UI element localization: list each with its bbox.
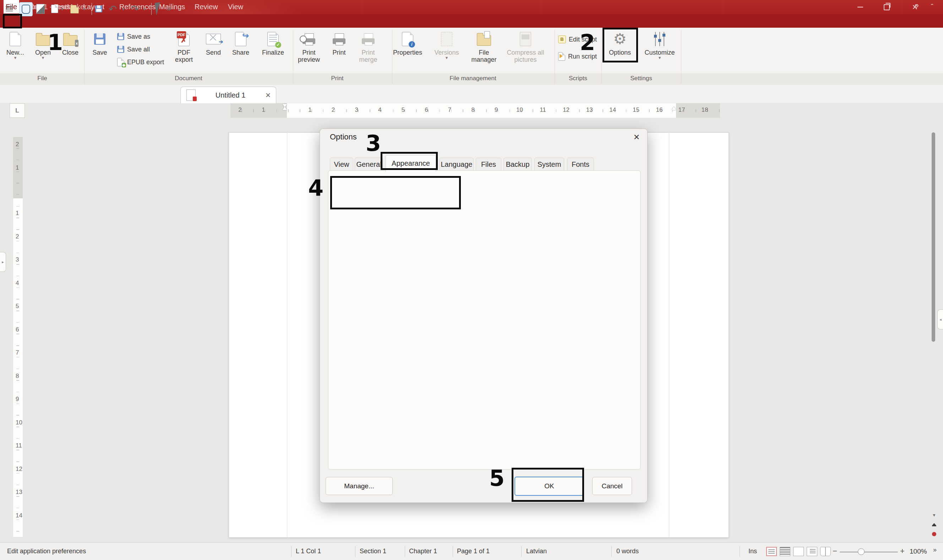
view-fullpage-icon[interactable] xyxy=(793,547,804,556)
ribbon-file-manager-button[interactable]: File manager xyxy=(468,30,500,72)
ribbon-properties-button[interactable]: i Properties xyxy=(391,30,425,72)
open-quick-button[interactable] xyxy=(70,2,79,15)
scrollbar-thumb[interactable] xyxy=(932,132,935,342)
left-indent-marker[interactable] xyxy=(283,106,287,110)
browse-previous-button[interactable] xyxy=(930,520,938,528)
zoom-out-button[interactable]: − xyxy=(833,546,837,556)
status-word-count[interactable]: 0 words xyxy=(616,548,639,555)
annotation-marker-5: 5 xyxy=(489,468,504,488)
print-icon xyxy=(333,35,345,45)
new-caret[interactable]: ▾ xyxy=(61,2,63,15)
minimize-icon xyxy=(857,7,863,8)
customize-dropdown-caret[interactable]: ▾ xyxy=(659,56,661,60)
ribbon-save-all-button[interactable]: Save all xyxy=(117,44,150,55)
ribbon-print-button[interactable]: Print xyxy=(327,30,351,72)
browse-object-button[interactable] xyxy=(930,530,938,538)
restore-icon xyxy=(884,4,890,10)
select-pointer-button[interactable] xyxy=(156,2,161,15)
ribbon-pdf-export-button[interactable]: PDF✗ PDF export xyxy=(168,30,200,72)
right-indent-marker[interactable] xyxy=(672,106,676,110)
tab-language[interactable]: Language xyxy=(439,158,474,171)
status-chapter[interactable]: Chapter 1 xyxy=(409,548,437,555)
tab-view[interactable]: View xyxy=(330,158,353,171)
compress-pictures-icon xyxy=(520,32,531,46)
ribbon-print-preview-button[interactable]: Print preview xyxy=(295,30,323,72)
ribbon-save-button[interactable]: Save xyxy=(88,30,111,72)
vertical-ruler[interactable]: 211234567891011121314 xyxy=(13,137,23,537)
ribbon-finalize-button[interactable]: ✓ Finalize xyxy=(257,30,289,72)
undo-caret[interactable]: ▾ xyxy=(122,2,125,15)
tab-general[interactable]: General xyxy=(355,158,383,171)
view-draft-icon[interactable] xyxy=(780,547,790,556)
redo-button[interactable]: ↷ xyxy=(131,2,139,15)
ribbon-send-button[interactable]: Send xyxy=(202,30,224,72)
status-separator xyxy=(612,546,612,557)
menu-view[interactable]: View xyxy=(226,0,245,14)
annotation-box-ok-button xyxy=(512,468,584,502)
view-book-icon[interactable] xyxy=(820,547,831,556)
ribbon-customize-button[interactable]: Customize ▾ xyxy=(641,30,678,72)
help-button[interactable]: ? xyxy=(912,0,921,14)
manage-button[interactable]: Manage... xyxy=(325,477,393,495)
print-preview-icon xyxy=(302,35,315,45)
new-document-quick-button[interactable] xyxy=(51,2,58,15)
scroll-down-button[interactable]: ▾ xyxy=(930,511,938,519)
restore-button[interactable] xyxy=(875,0,898,14)
status-overflow-button[interactable]: » xyxy=(933,546,937,554)
save-as-icon xyxy=(117,33,124,40)
tab-system[interactable]: System xyxy=(534,158,564,171)
zoom-slider-knob[interactable] xyxy=(858,548,864,555)
left-margin-guide xyxy=(287,132,287,537)
tab-close-icon[interactable]: ✕ xyxy=(265,91,271,99)
tab-backup[interactable]: Backup xyxy=(504,158,532,171)
ribbon-new-button[interactable]: New... ▾ xyxy=(3,30,28,72)
ribbon-versions-button: Versions ▾ xyxy=(430,30,463,72)
tab-fonts[interactable]: Fonts xyxy=(567,158,594,171)
run-script-icon xyxy=(558,52,565,61)
toolbar-separator xyxy=(92,3,92,15)
ribbon-save-as-button[interactable]: Save as xyxy=(117,31,150,42)
status-message: Edit application preferences xyxy=(7,548,86,555)
quick-access-toolbar xyxy=(0,85,943,103)
horizontal-ruler[interactable]: 21123456789101112131415161718 xyxy=(230,103,720,118)
status-insert-mode[interactable]: Ins xyxy=(749,548,757,555)
menu-review[interactable]: Review xyxy=(193,0,220,14)
ribbon-print-merge-button: Print merge xyxy=(354,30,382,72)
tab-files[interactable]: Files xyxy=(476,158,501,171)
ribbon-share-button[interactable]: ↪ Share xyxy=(227,30,254,72)
vertical-scrollbar[interactable] xyxy=(931,121,936,539)
left-panel-flyout-handle[interactable]: ▸ xyxy=(0,252,6,272)
edit-script-icon: B xyxy=(558,35,566,43)
tab-stop-selector[interactable]: L xyxy=(9,103,25,118)
status-separator xyxy=(291,546,291,557)
pdf-icon: PDF✗ xyxy=(178,32,190,46)
new-dropdown-caret[interactable]: ▾ xyxy=(14,56,17,60)
status-position[interactable]: L 1 Col 1 xyxy=(296,548,321,555)
contrast-view-button[interactable] xyxy=(36,2,45,15)
zoom-slider-track[interactable] xyxy=(840,551,898,552)
redo-caret[interactable]: ▾ xyxy=(143,2,146,15)
zoom-level[interactable]: 100% xyxy=(910,548,927,555)
cancel-button[interactable]: Cancel xyxy=(592,477,632,495)
view-normal-icon[interactable] xyxy=(766,547,777,556)
undo-button[interactable]: ↶ xyxy=(109,2,117,15)
collapse-ribbon-button[interactable]: ˆ xyxy=(929,0,935,14)
right-panel-flyout-handle[interactable]: ◂ xyxy=(937,309,943,329)
zoom-in-button[interactable]: + xyxy=(900,546,904,556)
new-page-icon xyxy=(51,5,58,13)
view-outline-icon[interactable] xyxy=(807,547,817,556)
ribbon-epub-export-button[interactable]: ◆ EPUB export xyxy=(117,57,164,68)
dialog-close-button[interactable]: ✕ xyxy=(630,132,643,143)
document-tab[interactable]: Untitled 1 ✕ xyxy=(180,86,276,103)
status-section[interactable]: Section 1 xyxy=(360,548,386,555)
toolbar-overflow-button[interactable]: » xyxy=(167,2,171,15)
status-language[interactable]: Latvian xyxy=(526,548,547,555)
minimize-button[interactable] xyxy=(849,0,871,14)
status-separator xyxy=(740,546,740,557)
open-caret[interactable]: ▾ xyxy=(83,2,86,15)
menu-bar xyxy=(0,14,943,28)
document-tab-label: Untitled 1 xyxy=(196,91,265,99)
open-dropdown-caret[interactable]: ▾ xyxy=(42,56,45,60)
status-page[interactable]: Page 1 of 1 xyxy=(457,548,490,555)
save-quick-button[interactable] xyxy=(95,2,102,15)
